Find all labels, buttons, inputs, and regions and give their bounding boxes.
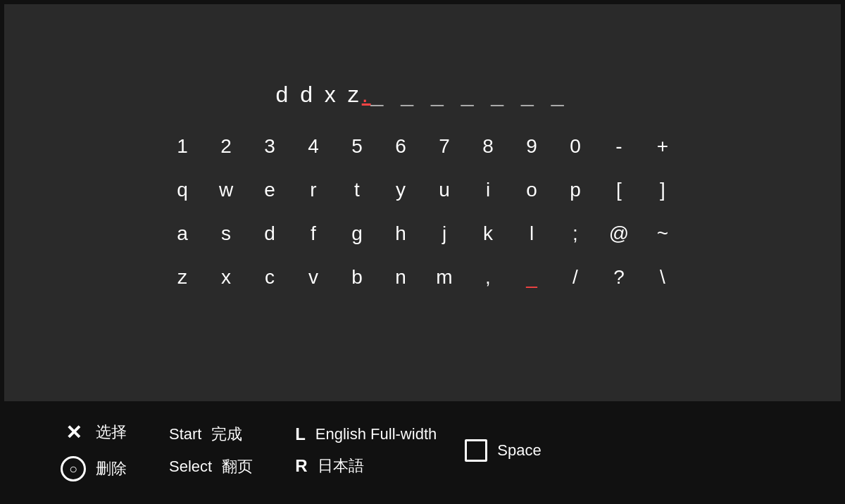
key-v[interactable]: v <box>292 260 335 295</box>
blank-chars: _ _ _ _ _ _ _ <box>371 82 570 108</box>
key-row-qwerty: q w e r t y u i o p [ ] <box>161 172 684 208</box>
key-8[interactable]: 8 <box>466 129 510 164</box>
circle-button-icon[interactable]: ○ <box>61 456 86 481</box>
space-label: Space <box>497 441 541 460</box>
key-p[interactable]: p <box>553 172 597 208</box>
space-group: Space <box>465 439 541 462</box>
start-action-label: 完成 <box>211 424 242 445</box>
key-i[interactable]: i <box>466 172 510 208</box>
screen: d d x z . _ _ _ _ _ _ _ 1 2 3 4 5 6 7 8 … <box>0 0 845 504</box>
key-g[interactable]: g <box>335 216 379 251</box>
key-l[interactable]: l <box>510 216 553 251</box>
key-z[interactable]: z <box>161 260 204 295</box>
key-6[interactable]: 6 <box>379 129 423 164</box>
key-s[interactable]: s <box>204 216 248 251</box>
start-button-label[interactable]: Start <box>169 425 201 443</box>
space-button-item: Space <box>465 439 541 462</box>
face-buttons-group: ✕ 选择 ○ 删除 <box>61 420 127 481</box>
key-row-zxcv: z x c v b n m , _ / ? \ <box>161 260 684 295</box>
cursor-char: . <box>362 82 371 108</box>
key-9[interactable]: 9 <box>510 129 553 164</box>
select-action-label: 翻页 <box>222 456 253 477</box>
circle-button-item: ○ 删除 <box>61 456 127 481</box>
key-comma[interactable]: , <box>466 260 510 295</box>
select-button-label[interactable]: Select <box>169 458 212 476</box>
key-h[interactable]: h <box>379 216 423 251</box>
key-m[interactable]: m <box>423 260 466 295</box>
key-w[interactable]: w <box>204 172 248 208</box>
key-a[interactable]: a <box>161 216 204 251</box>
key-lbracket[interactable]: [ <box>597 172 641 208</box>
l-button-letter[interactable]: L <box>295 424 306 444</box>
key-x[interactable]: x <box>204 260 248 295</box>
key-2[interactable]: 2 <box>204 129 248 164</box>
l-button-item: L English Full-width <box>295 424 437 444</box>
key-row-asdf: a s d f g h j k l ; @ ~ <box>161 216 684 251</box>
key-q[interactable]: q <box>161 172 204 208</box>
key-c[interactable]: c <box>248 260 292 295</box>
key-e[interactable]: e <box>248 172 292 208</box>
key-4[interactable]: 4 <box>292 129 335 164</box>
r-button-item: R 日本語 <box>295 455 437 477</box>
x-button-item: ✕ 选择 <box>61 420 127 445</box>
key-o[interactable]: o <box>510 172 553 208</box>
x-button-label: 选择 <box>96 422 127 443</box>
key-backslash[interactable]: \ <box>641 260 684 295</box>
key-row-numbers: 1 2 3 4 5 6 7 8 9 0 - + <box>161 129 684 164</box>
key-rbracket[interactable]: ] <box>641 172 684 208</box>
input-display: d d x z . _ _ _ _ _ _ _ <box>275 82 569 108</box>
select-button-item: Select 翻页 <box>169 456 253 477</box>
lr-group: L English Full-width R 日本語 <box>295 424 437 477</box>
keyboard: 1 2 3 4 5 6 7 8 9 0 - + q w e r t y u i … <box>161 129 684 295</box>
circle-button-label: 删除 <box>96 458 127 479</box>
key-semicolon[interactable]: ; <box>553 216 597 251</box>
key-5[interactable]: 5 <box>335 129 379 164</box>
key-y[interactable]: y <box>379 172 423 208</box>
key-3[interactable]: 3 <box>248 129 292 164</box>
key-1[interactable]: 1 <box>161 129 204 164</box>
key-0[interactable]: 0 <box>553 129 597 164</box>
key-k[interactable]: k <box>466 216 510 251</box>
r-button-letter[interactable]: R <box>295 456 307 476</box>
key-plus[interactable]: + <box>641 129 684 164</box>
key-d[interactable]: d <box>248 216 292 251</box>
key-at[interactable]: @ <box>597 216 641 251</box>
key-minus[interactable]: - <box>597 129 641 164</box>
key-question[interactable]: ? <box>597 260 641 295</box>
bottom-bar: ✕ 选择 ○ 删除 Start 完成 Select 翻页 L English F <box>4 401 841 500</box>
key-r[interactable]: r <box>292 172 335 208</box>
key-7[interactable]: 7 <box>423 129 466 164</box>
square-button-icon[interactable] <box>465 439 487 462</box>
key-t[interactable]: t <box>335 172 379 208</box>
key-slash[interactable]: / <box>553 260 597 295</box>
start-select-group: Start 完成 Select 翻页 <box>169 424 253 477</box>
key-b[interactable]: b <box>335 260 379 295</box>
l-button-action: English Full-width <box>315 425 437 443</box>
key-tilde[interactable]: ~ <box>641 216 684 251</box>
key-n[interactable]: n <box>379 260 423 295</box>
key-underscore[interactable]: _ <box>510 260 553 295</box>
key-j[interactable]: j <box>423 216 466 251</box>
key-f[interactable]: f <box>292 216 335 251</box>
start-button-item: Start 完成 <box>169 424 253 445</box>
x-button-icon[interactable]: ✕ <box>61 420 86 445</box>
key-u[interactable]: u <box>423 172 466 208</box>
typed-text: d d x z <box>275 82 361 108</box>
r-button-action: 日本語 <box>318 455 364 477</box>
